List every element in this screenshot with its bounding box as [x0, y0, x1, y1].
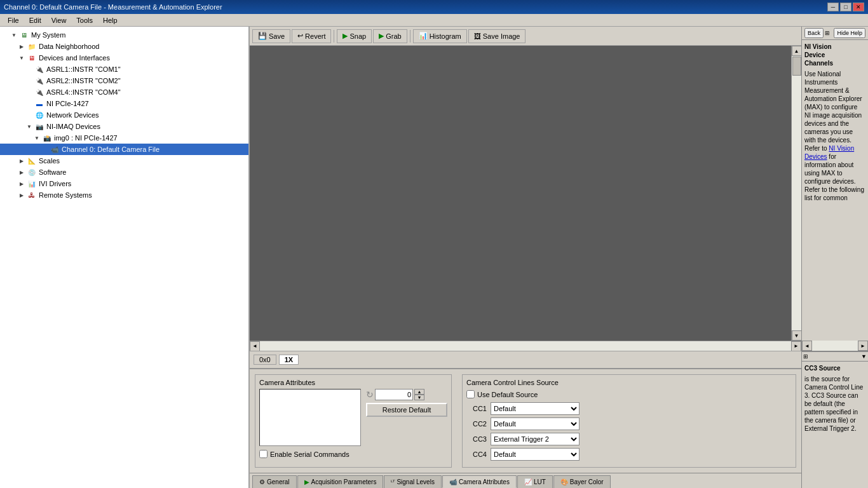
- help-body3: is the source for Camera Control Line 3.…: [804, 375, 865, 433]
- arrow-my-system: ▼: [10, 31, 18, 39]
- cc3-label: CC3: [466, 435, 487, 443]
- label-asrl1: ASRL1::INSTR "COM1": [46, 65, 121, 73]
- general-label: General: [267, 478, 290, 485]
- signal-icon: ᴸᵀ: [391, 479, 395, 485]
- general-icon: ⚙: [259, 478, 265, 485]
- sidebar-item-asrl4[interactable]: ▶ 🔌 ASRL4::INSTR "COM4": [0, 86, 248, 98]
- use-default-source-row: Use Default Source: [466, 390, 792, 398]
- cc4-select[interactable]: Default External Trigger 1 External Trig…: [491, 448, 580, 461]
- histogram-label: Histogram: [430, 32, 461, 40]
- label-asrl2: ASRL2::INSTR "COM2": [46, 77, 121, 85]
- camera-attributes-list[interactable]: [259, 389, 361, 446]
- label-asrl4: ASRL4::INSTR "COM4": [46, 88, 121, 96]
- sidebar-item-img0[interactable]: ▼ 📸 img0 : NI PCIe-1427: [0, 132, 248, 144]
- tree-item-my-system[interactable]: ▼ 🖥 My System: [0, 29, 248, 41]
- save-image-button[interactable]: 🖼 Save Image: [468, 29, 526, 43]
- spin-up-btn[interactable]: ▲: [414, 389, 424, 395]
- tab-general[interactable]: ⚙ General: [252, 475, 297, 488]
- menu-tools[interactable]: Tools: [71, 15, 98, 25]
- restore-default-button[interactable]: Restore Default: [366, 403, 447, 417]
- cc4-row: CC4 Default External Trigger 1 External …: [466, 448, 792, 461]
- camera-tab-label: Camera Attributes: [459, 478, 510, 485]
- maximize-button[interactable]: □: [840, 3, 851, 11]
- spin-down-btn[interactable]: ▼: [414, 395, 424, 400]
- sidebar-item-channel0[interactable]: ▶ 📹 Channel 0: Default Camera File: [0, 144, 248, 155]
- tab-bayer-color[interactable]: 🎨 Bayer Color: [553, 475, 611, 488]
- revert-button[interactable]: ↩ Revert: [292, 29, 331, 43]
- arrow-ni-imaq: ▼: [25, 123, 33, 130]
- help-hscroll-right[interactable]: ►: [858, 341, 868, 351]
- vscroll-up[interactable]: ▲: [792, 46, 802, 56]
- sidebar-item-data-neighborhood[interactable]: ▶ 📁 Data Neighborhood: [0, 41, 248, 52]
- tab-lut[interactable]: 📈 LUT: [517, 475, 553, 488]
- save-image-label: Save Image: [483, 32, 520, 40]
- vscroll-track: [792, 56, 802, 330]
- icon-asrl4: 🔌: [34, 87, 44, 97]
- sidebar-item-ni-imaq[interactable]: ▼ 📷 NI-IMAQ Devices: [0, 121, 248, 132]
- sidebar-item-remote-systems[interactable]: ▶ 🖧 Remote Systems: [0, 189, 248, 201]
- help-link[interactable]: NI Vision Devices: [804, 145, 854, 160]
- menu-file[interactable]: File: [3, 15, 24, 25]
- save-icon: 💾: [258, 32, 267, 40]
- close-button[interactable]: ✕: [853, 3, 864, 11]
- minimize-button[interactable]: ─: [827, 3, 839, 11]
- right-side: 💾 Save ↩ Revert ▶ Snap ▶ Grab: [250, 27, 868, 488]
- icon-scales: 📐: [27, 156, 37, 166]
- save-image-icon: 🖼: [474, 32, 481, 40]
- sidebar-item-asrl1[interactable]: ▶ 🔌 ASRL1::INSTR "COM1": [0, 64, 248, 75]
- image-area: [250, 46, 791, 341]
- histogram-button[interactable]: 📊 Histogram: [413, 29, 467, 43]
- arrow-data-neighborhood: ▶: [18, 43, 25, 50]
- zoom-0x0[interactable]: 0x0: [254, 355, 276, 365]
- cc2-select[interactable]: Default External Trigger 1 External Trig…: [491, 417, 580, 430]
- icon-my-system: 🖥: [19, 30, 29, 40]
- sidebar-item-ni-pcie[interactable]: ▶ ▬ NI PCIe-1427: [0, 98, 248, 109]
- sidebar-item-devices-interfaces[interactable]: ▼ 🖥 Devices and Interfaces: [0, 52, 248, 64]
- tab-acquisition-params[interactable]: ▶ Acquisition Parameters: [297, 475, 384, 488]
- hide-help-button[interactable]: Hide Help: [834, 28, 865, 38]
- cc1-select[interactable]: Default External Trigger 1 External Trig…: [491, 402, 580, 415]
- vscroll-down[interactable]: ▼: [792, 330, 802, 341]
- menu-bar: File Edit View Tools Help: [0, 14, 868, 27]
- hscroll-right[interactable]: ►: [791, 341, 801, 351]
- spinner-input[interactable]: [375, 389, 413, 400]
- icon-network: 🌐: [34, 110, 44, 120]
- tab-signal-levels[interactable]: ᴸᵀ Signal Levels: [384, 475, 441, 488]
- camera-control-box: Camera Control Lines Source Use Default …: [462, 374, 796, 468]
- camera-attributes-title: Camera Attributes: [259, 379, 447, 386]
- title-bar-text: Channel 0: Default Camera File - Measure…: [4, 3, 222, 11]
- sidebar-item-ivi-drivers[interactable]: ▶ 📊 IVI Drivers: [0, 178, 248, 189]
- enable-serial-checkbox[interactable]: [259, 450, 268, 458]
- sidebar-item-scales[interactable]: ▶ 📐 Scales: [0, 155, 248, 166]
- sidebar-item-software[interactable]: ▶ 💿 Software: [0, 166, 248, 178]
- image-vscrollbar[interactable]: ▲ ▼: [791, 46, 801, 341]
- acq-icon: ▶: [304, 478, 309, 485]
- back-button[interactable]: Back: [804, 28, 824, 38]
- help-hscroll-track: [812, 341, 858, 351]
- revert-label: Revert: [305, 32, 325, 40]
- icon-asrl1: 🔌: [34, 64, 44, 74]
- cc3-select[interactable]: Default External Trigger 1 External Trig…: [491, 433, 580, 445]
- snap-button[interactable]: ▶ Snap: [337, 29, 372, 43]
- sidebar-item-asrl2[interactable]: ▶ 🔌 ASRL2::INSTR "COM2": [0, 75, 248, 86]
- arrow-remote: ▶: [18, 191, 25, 199]
- save-button[interactable]: 💾 Save: [252, 29, 290, 43]
- label-software: Software: [39, 168, 66, 176]
- icon-ivi: 📊: [27, 179, 37, 189]
- left-panel: ▼ 🖥 My System ▶ 📁 Data Neighborhood ▼ 🖥: [0, 27, 250, 488]
- tab-camera-attributes[interactable]: 📹 Camera Attributes: [442, 475, 517, 488]
- label-data-neighborhood: Data Neighborhood: [39, 43, 99, 50]
- hscroll-left[interactable]: ◄: [250, 341, 260, 351]
- use-default-source-checkbox[interactable]: [466, 390, 475, 398]
- help-hscroll-left[interactable]: ◄: [802, 341, 812, 351]
- icon-ni-pcie: ▬: [34, 98, 44, 109]
- camera-attributes-box: Camera Attributes ↻ ▲ ▼: [255, 374, 452, 468]
- grab-button[interactable]: ▶ Grab: [373, 29, 407, 43]
- zoom-1x[interactable]: 1X: [279, 355, 299, 365]
- icon-software: 💿: [27, 167, 37, 177]
- vscroll-thumb[interactable]: [792, 57, 801, 76]
- menu-edit[interactable]: Edit: [24, 15, 46, 25]
- menu-help[interactable]: Help: [98, 15, 123, 25]
- menu-view[interactable]: View: [46, 15, 72, 25]
- sidebar-item-network-devices[interactable]: ▶ 🌐 Network Devices: [0, 109, 248, 121]
